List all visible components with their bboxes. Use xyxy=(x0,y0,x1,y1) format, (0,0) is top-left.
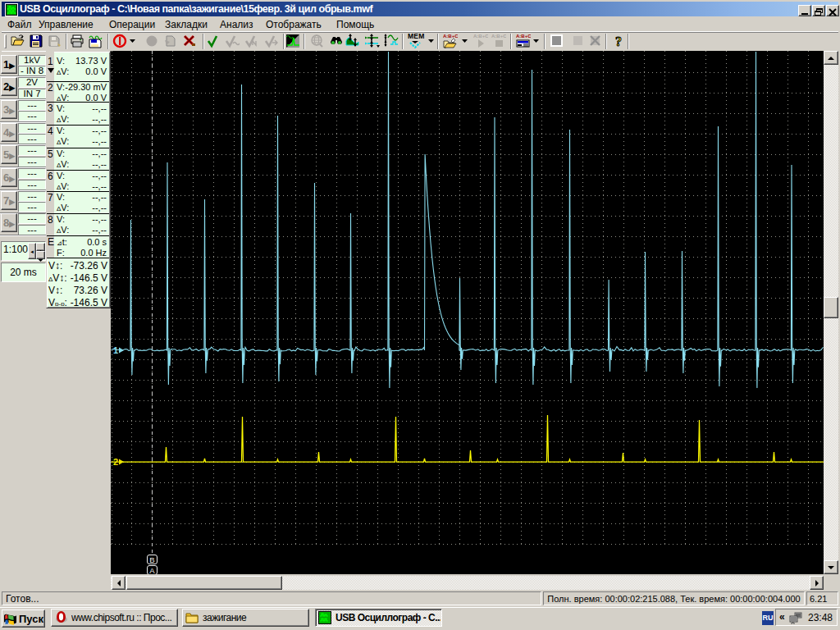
svg-text:A:B+C: A:B+C xyxy=(443,34,458,39)
svg-text:A:B+C: A:B+C xyxy=(516,34,531,39)
svg-text:2: 2 xyxy=(113,457,118,467)
svg-text:A:B+C: A:B+C xyxy=(473,34,488,39)
svg-text:1: 1 xyxy=(113,345,118,355)
svg-text:B: B xyxy=(149,555,154,564)
svg-text:A: A xyxy=(149,566,155,575)
svg-text:?: ? xyxy=(615,34,622,48)
svg-text:A:B+C: A:B+C xyxy=(491,34,506,39)
